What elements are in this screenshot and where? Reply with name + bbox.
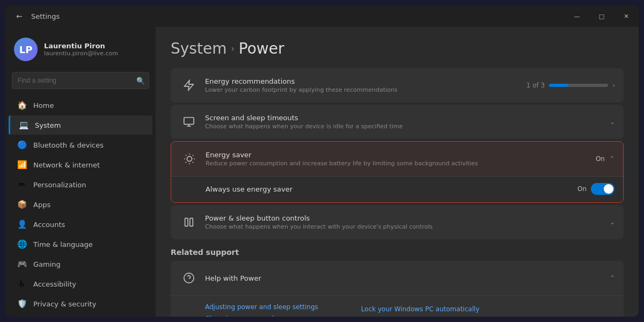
sidebar-item-label: Accessibility bbox=[33, 280, 76, 288]
energy-recommendations-row[interactable]: Energy recommendations Lower your carbon… bbox=[171, 68, 624, 103]
screen-sleep-row[interactable]: Screen and sleep timeouts Choose what ha… bbox=[171, 105, 624, 139]
screen-sleep-card: Screen and sleep timeouts Choose what ha… bbox=[171, 105, 624, 139]
search-icon: 🔍 bbox=[136, 77, 145, 85]
sidebar-item-apps[interactable]: 📦 Apps bbox=[9, 195, 152, 214]
user-email: laurentiu.piron@live.com bbox=[44, 50, 118, 57]
user-name: Laurentiu Piron bbox=[44, 42, 118, 50]
energy-rec-icon bbox=[179, 76, 199, 95]
always-use-label: Always use energy saver bbox=[206, 185, 577, 193]
sidebar-item-gaming[interactable]: 🎮 Gaming bbox=[9, 254, 152, 274]
sidebar-item-label: Network & internet bbox=[33, 161, 100, 169]
personalization-icon: ✏️ bbox=[17, 180, 27, 189]
screen-sleep-title: Screen and sleep timeouts bbox=[205, 114, 603, 122]
breadcrumb-power: Power bbox=[239, 40, 284, 57]
minimize-icon: — bbox=[574, 13, 580, 20]
energy-saver-row[interactable]: Energy saver Reduce power consumption an… bbox=[171, 142, 623, 176]
power-sleep-row[interactable]: Power & sleep button controls Choose wha… bbox=[171, 205, 624, 239]
related-support-title: Related support bbox=[171, 248, 624, 257]
titlebar-title: Settings bbox=[31, 12, 60, 20]
back-button[interactable]: ← bbox=[12, 9, 27, 24]
energy-recommendations-card: Energy recommendations Lower your carbon… bbox=[171, 68, 624, 103]
close-icon: ✕ bbox=[624, 13, 628, 20]
screen-sleep-desc: Choose what happens when your device is … bbox=[205, 123, 603, 130]
home-icon: 🏠 bbox=[17, 100, 27, 110]
window-controls: — □ ✕ bbox=[565, 5, 639, 27]
power-sleep-icon bbox=[179, 213, 199, 232]
maximize-button[interactable]: □ bbox=[589, 5, 614, 27]
help-power-right: ⌃ bbox=[610, 274, 615, 282]
sidebar-item-home[interactable]: 🏠 Home bbox=[9, 96, 152, 115]
sidebar-item-accounts[interactable]: 👤 Accounts bbox=[9, 215, 152, 234]
sidebar-item-network[interactable]: 📶 Network & internet bbox=[9, 155, 152, 174]
help-link-adjusting[interactable]: Adjusting power and sleep settings bbox=[205, 303, 318, 311]
toggle-knob bbox=[604, 184, 613, 194]
sidebar-item-privacy[interactable]: 🛡️ Privacy & security bbox=[9, 294, 152, 313]
time-icon: 🌐 bbox=[17, 239, 27, 249]
system-icon: 💻 bbox=[19, 120, 28, 130]
svg-rect-3 bbox=[185, 218, 188, 226]
progress-fill bbox=[549, 84, 568, 87]
breadcrumb-system: System bbox=[171, 40, 226, 57]
sidebar-item-windows-update[interactable]: 🔄 Windows Update bbox=[9, 314, 152, 317]
sidebar-item-accessibility[interactable]: ♿ Accessibility bbox=[9, 274, 152, 294]
chevron-down-icon: ⌄ bbox=[610, 118, 615, 126]
sidebar-item-label: Accounts bbox=[33, 221, 65, 229]
help-power-row[interactable]: Help with Power ⌃ bbox=[171, 261, 624, 296]
energy-saver-chevron-up: ⌃ bbox=[609, 155, 614, 163]
sidebar-item-label: Privacy & security bbox=[33, 300, 96, 308]
help-link-lock[interactable]: Lock your Windows PC automatically bbox=[361, 305, 480, 313]
sidebar-item-label: Apps bbox=[33, 201, 50, 209]
help-link-changing[interactable]: Changing power mode bbox=[205, 315, 318, 317]
sidebar-item-label: Bluetooth & devices bbox=[33, 141, 104, 149]
maximize-icon: □ bbox=[599, 13, 604, 20]
energy-saver-toggle[interactable] bbox=[591, 183, 614, 195]
energy-saver-text: Energy saver Reduce power consumption an… bbox=[199, 151, 596, 167]
sidebar-item-label: Home bbox=[33, 101, 54, 109]
user-profile[interactable]: LP Laurentiu Piron laurentiu.piron@live.… bbox=[5, 31, 156, 70]
close-button[interactable]: ✕ bbox=[614, 5, 639, 27]
sidebar-item-label: Personalization bbox=[33, 181, 86, 189]
network-icon: 📶 bbox=[17, 160, 27, 170]
energy-saver-expanded: Always use energy saver On bbox=[171, 176, 623, 202]
sidebar-item-personalization[interactable]: ✏️ Personalization bbox=[9, 175, 152, 194]
accounts-icon: 👤 bbox=[17, 219, 27, 229]
screen-sleep-text: Screen and sleep timeouts Choose what ha… bbox=[199, 114, 610, 130]
svg-rect-1 bbox=[184, 118, 194, 125]
sidebar-item-label: System bbox=[35, 121, 61, 129]
avatar: LP bbox=[14, 38, 38, 61]
sidebar-item-label: Time & language bbox=[33, 240, 93, 248]
energy-saver-card: Energy saver Reduce power consumption an… bbox=[171, 141, 624, 203]
energy-saver-on: On bbox=[596, 155, 605, 163]
main-content: System › Power Energy recommendations Lo… bbox=[156, 27, 639, 317]
breadcrumb: System › Power bbox=[171, 40, 624, 57]
sidebar-item-bluetooth[interactable]: 🔵 Bluetooth & devices bbox=[9, 135, 152, 155]
minimize-button[interactable]: — bbox=[565, 5, 589, 27]
toggle-container: On bbox=[577, 183, 614, 195]
energy-saver-right: On ⌃ bbox=[596, 155, 614, 163]
energy-rec-progress bbox=[549, 84, 608, 87]
gaming-icon: 🎮 bbox=[17, 259, 27, 269]
sidebar-item-system[interactable]: 💻 System bbox=[9, 115, 152, 135]
search-box: 🔍 bbox=[12, 72, 149, 89]
help-icon bbox=[179, 268, 199, 288]
accessibility-icon: ♿ bbox=[17, 279, 27, 289]
back-icon: ← bbox=[16, 12, 23, 20]
search-input[interactable] bbox=[12, 72, 149, 89]
sidebar-item-time[interactable]: 🌐 Time & language bbox=[9, 235, 152, 254]
help-links-section: Adjusting power and sleep settings Chang… bbox=[171, 296, 624, 317]
toggle-on-label: On bbox=[577, 185, 587, 193]
bluetooth-icon: 🔵 bbox=[17, 140, 27, 150]
content-area: LP Laurentiu Piron laurentiu.piron@live.… bbox=[5, 27, 639, 317]
help-power-text: Help with Power bbox=[199, 274, 610, 282]
breadcrumb-arrow: › bbox=[231, 43, 234, 54]
svg-rect-4 bbox=[190, 218, 193, 226]
help-chevron-up: ⌃ bbox=[610, 274, 615, 282]
screen-sleep-right: ⌄ bbox=[610, 118, 615, 126]
energy-rec-right: 1 of 3 › bbox=[526, 82, 615, 89]
energy-rec-title: Energy recommendations bbox=[205, 77, 520, 85]
energy-saver-icon bbox=[180, 149, 199, 169]
power-sleep-chevron: ⌄ bbox=[610, 218, 615, 226]
energy-rec-count: 1 of 3 bbox=[526, 82, 545, 89]
screen-sleep-icon bbox=[179, 112, 199, 131]
energy-rec-desc: Lower your carbon footprint by applying … bbox=[205, 86, 520, 93]
